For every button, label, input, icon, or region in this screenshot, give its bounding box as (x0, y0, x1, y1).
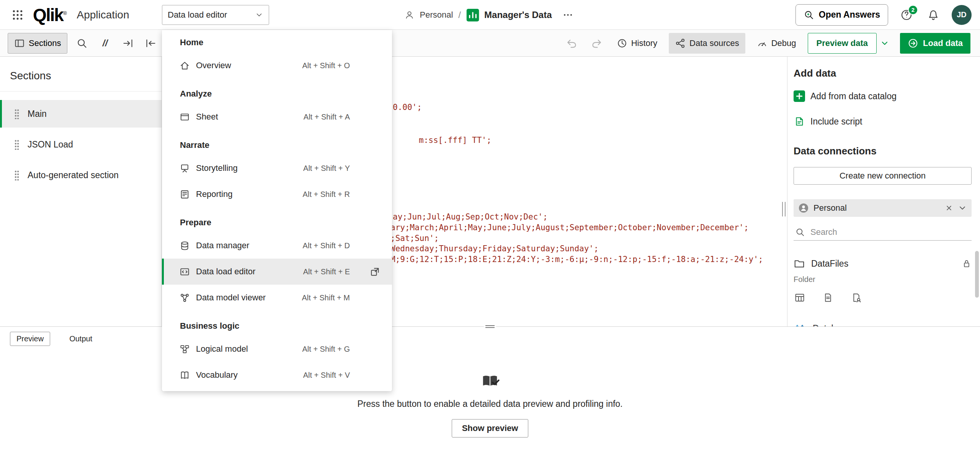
storytelling-icon (180, 163, 190, 174)
include-script-icon (794, 116, 805, 127)
view-selector[interactable]: Data load editor (162, 5, 269, 25)
sections-toggle-button[interactable]: Sections (8, 33, 67, 54)
open-answers-button[interactable]: Open Answers (795, 4, 888, 26)
app-title[interactable]: Manager's Data (484, 10, 552, 20)
add-from-catalog-label: Add from data catalog (810, 91, 897, 102)
clear-icon[interactable] (945, 204, 953, 212)
code-line[interactable]: ary;March;April;May;June;July;August;Sep… (390, 222, 749, 233)
app-icon (466, 9, 479, 21)
include-script-button[interactable]: Include script (794, 114, 972, 129)
debug-button[interactable]: Debug (754, 33, 799, 54)
drag-handle-icon[interactable] (14, 108, 20, 119)
editor-toolbar: Sections // History Data s (0, 30, 980, 57)
menu-item-label: Reporting (196, 189, 232, 199)
drag-handle-icon[interactable] (14, 139, 20, 150)
menu-item-data-model-viewer[interactable]: Data model viewer Alt + Shift + M (162, 285, 392, 311)
data-connections-title: Data connections (794, 145, 972, 157)
section-row-main[interactable]: Main (0, 100, 162, 128)
insert-connection-icon[interactable] (850, 292, 862, 304)
preview-data-button[interactable]: Preview data (808, 33, 877, 54)
show-preview-button[interactable]: Show preview (452, 419, 529, 438)
menu-item-data-load-editor[interactable]: Data load editor Alt + Shift + E (162, 259, 392, 285)
menu-item-shortcut: Alt + Shift + E (303, 267, 350, 276)
menu-item-shortcut: Alt + Shift + M (302, 293, 350, 302)
qlik-logo: Qlik® (33, 6, 67, 24)
scrollbar-thumb[interactable] (975, 251, 979, 298)
code-line[interactable]: ay;Jun;Jul;Aug;Sep;Oct;Nov;Dec'; (393, 211, 548, 222)
tab-output[interactable]: Output (69, 334, 92, 343)
redo-icon[interactable] (588, 35, 605, 52)
divider (0, 91, 162, 92)
menu-group-analyze: Analyze Sheet Alt + Shift + A (162, 84, 392, 130)
menu-group-title: Narrate (162, 135, 392, 155)
menu-item-shortcut: Alt + Shift + G (302, 345, 350, 354)
undo-icon[interactable] (563, 35, 580, 52)
history-button[interactable]: History (614, 33, 660, 54)
data-sources-button[interactable]: Data sources (669, 33, 745, 54)
avatar[interactable]: JD (952, 5, 972, 25)
menu-item-overview[interactable]: Overview Alt + Shift + O (162, 52, 392, 79)
menu-item-sheet[interactable]: Sheet Alt + Shift + A (162, 104, 392, 130)
breadcrumb: Personal / Manager's Data (405, 0, 576, 30)
data-load-editor-icon (180, 267, 190, 277)
create-connection-button[interactable]: Create new connection (794, 167, 972, 185)
comment-icon[interactable]: // (96, 35, 113, 52)
search-icon[interactable] (74, 35, 90, 52)
menu-item-shortcut: Alt + Shift + V (303, 371, 350, 380)
menu-item-shortcut: Alt + Shift + R (303, 190, 350, 199)
code-line[interactable]: ;Sat;Sun'; (390, 233, 439, 244)
help-icon[interactable]: 2 (898, 7, 915, 23)
bottom-panel-resize-handle[interactable] (484, 324, 496, 329)
indent-icon[interactable] (119, 35, 136, 52)
menu-item-label: Vocabulary (196, 370, 238, 380)
app-launcher-icon[interactable] (9, 7, 26, 23)
more-options-icon[interactable] (560, 7, 575, 23)
logical-model-icon (180, 344, 190, 354)
menu-item-reporting[interactable]: Reporting Alt + Shift + R (162, 181, 392, 207)
code-line[interactable]: m:ss[.fff] TT'; (419, 135, 492, 146)
open-in-new-tab-icon[interactable] (368, 265, 382, 279)
space-selector[interactable]: Personal (794, 199, 972, 217)
drag-handle-icon[interactable] (14, 170, 20, 180)
edit-script-icon[interactable] (822, 292, 834, 304)
load-data-button[interactable]: Load data (900, 33, 970, 54)
menu-item-data-manager[interactable]: Data manager Alt + Shift + D (162, 233, 392, 259)
debug-gauge-icon (757, 38, 768, 49)
tab-preview[interactable]: Preview (10, 332, 50, 346)
vocabulary-icon (180, 370, 190, 380)
view-selector-value: Data load editor (168, 10, 227, 20)
section-list: Main JSON Load A (0, 100, 162, 189)
connection-partial-row[interactable]: Datab (794, 321, 972, 326)
menu-item-storytelling[interactable]: Storytelling Alt + Shift + Y (162, 155, 392, 181)
data-model-viewer-icon (180, 293, 190, 303)
search-input[interactable] (810, 227, 970, 238)
topbar: Qlik® Application Data load editor Perso… (0, 0, 980, 30)
panel-resize-handle[interactable] (782, 202, 786, 216)
connection-actions (794, 292, 972, 304)
chevron-down-icon (255, 11, 263, 19)
add-from-catalog-button[interactable]: Add from data catalog (794, 88, 972, 104)
plus-square-icon (794, 90, 805, 102)
select-data-icon[interactable] (794, 292, 806, 304)
toolbar-left: Sections // (8, 33, 159, 54)
menu-item-vocabulary[interactable]: Vocabulary Alt + Shift + V (162, 362, 392, 388)
code-line[interactable]: 0.00'; (393, 102, 422, 113)
preview-data-label: Preview data (817, 38, 868, 48)
chevron-down-icon[interactable] (958, 203, 967, 213)
outdent-icon[interactable] (142, 35, 159, 52)
menu-group-business-logic: Business logic Logical model Alt + Shift… (162, 316, 392, 388)
menu-item-logical-model[interactable]: Logical model Alt + Shift + G (162, 336, 392, 362)
section-row-json-load[interactable]: JSON Load (0, 131, 162, 158)
code-line[interactable]: Wednesday;Thursday;Friday;Saturday;Sunda… (390, 243, 599, 254)
code-line[interactable]: M;9:G;12:T;15:P;18:E;21:Z;24:Y;-3:m;-6:µ… (390, 254, 763, 265)
menu-group-home: Home Overview Alt + Shift + O (162, 33, 392, 79)
space-name[interactable]: Personal (420, 10, 453, 20)
connection-datafiles[interactable]: DataFiles (794, 256, 972, 271)
preview-data-caret-icon[interactable] (878, 33, 892, 54)
notifications-bell-icon[interactable] (925, 7, 942, 23)
connection-type-label: Folder (794, 275, 972, 284)
connection-search[interactable] (794, 224, 972, 241)
menu-item-label: Data manager (196, 241, 249, 251)
section-row-auto-generated[interactable]: Auto-generated section (0, 161, 162, 189)
menu-group-title: Business logic (162, 316, 392, 336)
